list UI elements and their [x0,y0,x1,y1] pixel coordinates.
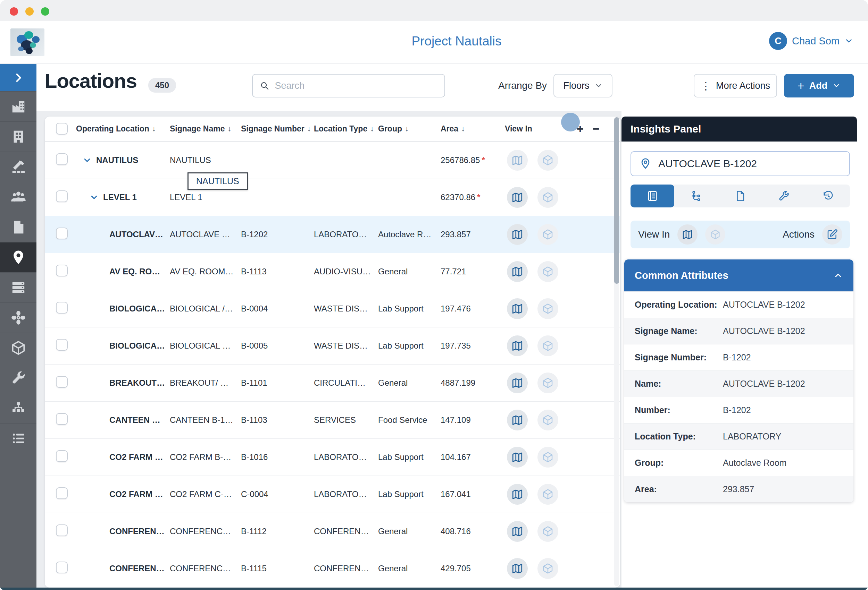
map-view-button[interactable] [507,484,528,505]
map-view-button[interactable] [507,187,528,208]
cube-icon [542,488,554,500]
view-in-map-button[interactable] [678,224,698,244]
row-checkbox[interactable] [56,153,68,165]
table-row[interactable]: CO2 FARM … CO2 FARM B-… B-1016 LABORATO…… [45,438,620,475]
row-checkbox[interactable] [56,302,68,313]
model-view-button[interactable] [537,447,558,468]
map-view-button[interactable] [507,558,528,579]
sidebar-item-hierarchy[interactable] [0,393,37,423]
model-view-button[interactable] [537,558,558,579]
map-view-button[interactable] [507,521,528,542]
sort-descending-icon[interactable]: ↓ [307,124,311,133]
common-attributes-header[interactable]: Common Attributes [624,259,853,291]
table-row[interactable]: BREAKOUT… BREAKOUT/ … B-1101 CIRCULATI… … [45,364,620,401]
sidebar-item-hvac[interactable] [0,302,37,333]
row-checkbox[interactable] [56,376,68,388]
map-view-button[interactable] [507,261,528,282]
table-row[interactable]: BIOLOGICA… BIOLOGICAL … B-0005 WASTE DIS… [45,327,620,364]
sidebar-item-locations[interactable] [0,242,37,272]
model-view-button[interactable] [537,224,558,245]
table-row[interactable]: CANTEEN … CANTEEN B-1… B-1103 SERVICES F… [45,401,620,438]
map-view-button[interactable] [507,224,528,245]
remove-column-icon[interactable]: − [593,122,599,135]
row-checkbox[interactable] [56,339,68,351]
map-view-button[interactable] [507,410,528,430]
sort-descending-icon[interactable]: ↓ [461,124,465,133]
sort-descending-icon[interactable]: ↓ [228,124,232,133]
arrange-by-dropdown[interactable]: Floors [554,74,613,97]
table-row[interactable]: NAUTILUS NAUTILUS 256786.85 * [45,141,620,179]
sidebar-item-building[interactable] [0,121,37,152]
expand-chevron-icon[interactable] [82,155,92,165]
model-view-button[interactable] [537,484,558,505]
map-view-button[interactable] [507,335,528,356]
column-header-label: Group [378,124,402,134]
tab-tools[interactable] [762,184,806,207]
zoom-window-button[interactable] [41,7,49,16]
view-in-model-button[interactable] [705,224,725,244]
select-all-checkbox[interactable] [56,123,68,135]
model-view-button[interactable] [537,372,558,393]
column-header[interactable]: Location Type ↓ [314,124,378,134]
model-view-button[interactable] [537,521,558,542]
row-checkbox[interactable] [56,265,68,277]
table-row[interactable]: AV EQ. RO… AV EQ. ROOM… B-1113 AUDIO-VIS… [45,253,620,290]
model-view-button[interactable] [537,410,558,430]
row-checkbox[interactable] [56,190,68,202]
row-checkbox[interactable] [56,228,68,239]
column-header[interactable]: Area ↓ [441,124,501,134]
table-row[interactable]: CONFEREN… CONFERENC… B-1112 CONFEREN… Ge… [45,513,620,550]
sidebar-item-people[interactable] [0,182,37,212]
table-row[interactable]: AUTOCLAV… AUTOCLAVE … B-1202 LABORATO… A… [45,216,620,253]
user-menu[interactable]: C Chad Som [769,32,853,50]
sort-descending-icon[interactable]: ↓ [405,124,409,133]
edit-actions-button[interactable] [822,224,842,244]
add-button[interactable]: + Add [784,74,854,97]
column-header[interactable]: Group ↓ [378,124,441,134]
tab-documents[interactable] [718,184,762,207]
row-checkbox[interactable] [56,450,68,462]
sidebar-item-model[interactable] [0,333,37,363]
minimize-window-button[interactable] [25,7,34,16]
tab-history[interactable] [806,184,850,207]
sidebar-expand-button[interactable] [0,64,37,91]
tab-hierarchy[interactable] [674,184,718,207]
sidebar-item-servers[interactable] [0,272,37,302]
map-view-button[interactable] [507,372,528,393]
map-view-button[interactable] [507,150,528,171]
model-view-button[interactable] [537,261,558,282]
cube-icon [542,303,554,315]
table-scrollbar-thumb[interactable] [614,117,619,284]
map-view-button[interactable] [507,447,528,468]
row-checkbox[interactable] [56,413,68,425]
map-view-button[interactable] [507,298,528,319]
column-header[interactable]: Operating Location ↓ [76,124,170,134]
row-checkbox[interactable] [56,487,68,499]
row-checkbox[interactable] [56,562,68,573]
add-column-icon[interactable]: + [577,122,584,135]
sort-descending-icon[interactable]: ↓ [370,124,374,133]
sort-descending-icon[interactable]: ↓ [152,124,156,133]
tab-details[interactable] [630,184,674,207]
model-view-button[interactable] [537,150,558,171]
model-view-button[interactable] [537,298,558,319]
table-row[interactable]: BIOLOGICA… BIOLOGICAL /… B-0004 WASTE DI… [45,290,620,327]
table-row[interactable]: CO2 FARM … CO2 FARM C-… C-0004 LABORATO…… [45,475,620,513]
search-input[interactable] [275,81,437,91]
close-window-button[interactable] [10,7,18,16]
model-view-button[interactable] [537,187,558,208]
table-row[interactable]: LEVEL 1 LEVEL 1 62370.86 * [45,179,620,216]
table-row[interactable]: CONFEREN… CONFERENC… B-1115 CONFEREN… Ge… [45,550,620,587]
sidebar-item-construction[interactable] [0,152,37,182]
sidebar-item-documents[interactable] [0,212,37,242]
column-header[interactable]: Signage Name ↓ [170,124,241,134]
column-header[interactable]: Signage Number ↓ [241,124,314,134]
sidebar-item-campus[interactable] [0,91,37,121]
expand-chevron-icon[interactable] [89,193,99,202]
sidebar-item-lists[interactable] [0,423,37,453]
attribute-row: Area: 293.857 [624,476,853,502]
row-checkbox[interactable] [56,524,68,536]
sidebar-item-tools[interactable] [0,363,37,393]
model-view-button[interactable] [537,335,558,356]
more-actions-button[interactable]: ⋮ More Actions [694,74,777,97]
